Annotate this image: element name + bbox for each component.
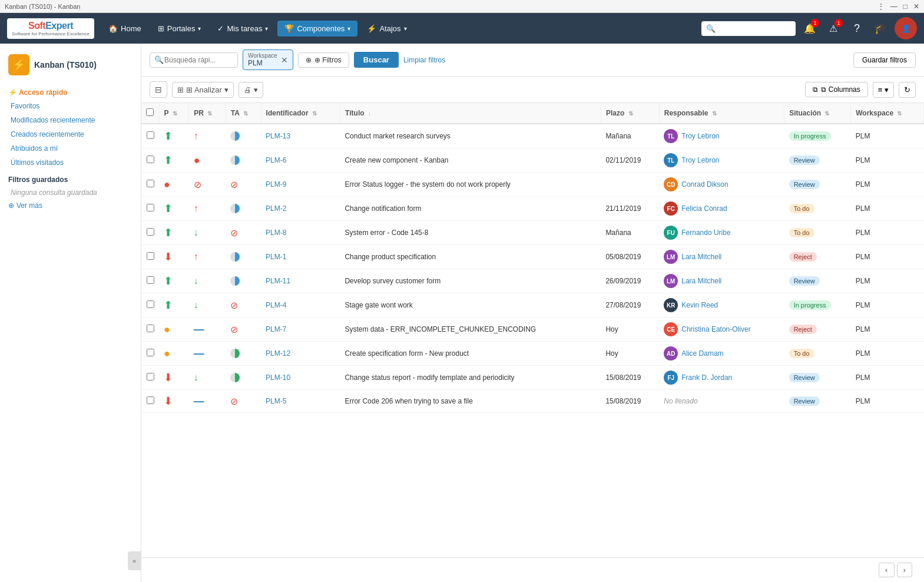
workspace-cell: PLM — [851, 245, 924, 269]
row-checkbox[interactable] — [147, 300, 154, 308]
row-checkbox-cell — [141, 221, 159, 245]
responsible-link[interactable]: Fernando Uribe — [681, 229, 730, 237]
nav-atajos[interactable]: ⚡ Atajos ▾ — [360, 21, 413, 37]
sidebar-creados[interactable]: Creados recientemente — [0, 127, 141, 141]
responsible-link[interactable]: Kevin Reed — [681, 301, 718, 309]
identifier-cell[interactable]: PLM-1 — [261, 245, 340, 269]
title-cell: Create specification form - New product — [340, 342, 601, 366]
row-checkbox[interactable] — [147, 228, 154, 236]
window-controls[interactable]: ⋮ — □ ✕ — [877, 2, 919, 11]
identifier-link[interactable]: PLM-8 — [266, 229, 286, 237]
limpiar-btn[interactable]: Limpiar filtros — [403, 56, 445, 64]
identifier-cell[interactable]: PLM-4 — [261, 293, 340, 318]
row-checkbox[interactable] — [147, 252, 154, 260]
identifier-link[interactable]: PLM-6 — [266, 156, 286, 164]
sidebar-ultimos[interactable]: Últimos visitados — [0, 156, 141, 170]
identifier-cell[interactable]: PLM-9 — [261, 173, 340, 197]
responsible-link[interactable]: Lara Mitchell — [681, 277, 721, 285]
status-badge: In progress — [789, 131, 831, 141]
view-toggle-btn[interactable]: ≡ ▾ — [873, 82, 894, 98]
identifier-link[interactable]: PLM-5 — [266, 397, 286, 405]
filtros-btn[interactable]: ⊕ ⊕ Filtros — [298, 52, 349, 68]
th-pr[interactable]: PR ⇅ — [189, 103, 226, 124]
identifier-cell[interactable]: PLM-5 — [261, 390, 340, 413]
th-titulo[interactable]: Título ↓ — [340, 103, 601, 124]
row-checkbox[interactable] — [147, 180, 154, 187]
nav-home[interactable]: 🏠 Home — [101, 21, 148, 37]
guardar-filtros-btn[interactable]: Guardar filtros — [853, 52, 916, 68]
row-checkbox[interactable] — [147, 373, 154, 381]
grid-btn[interactable]: ⊟ — [150, 81, 167, 98]
row-checkbox[interactable] — [147, 204, 154, 211]
identifier-link[interactable]: PLM-12 — [266, 349, 290, 358]
prev-page-btn[interactable]: ‹ — [879, 563, 894, 577]
responsible-link[interactable]: Conrad Dikson — [681, 180, 728, 189]
th-responsable[interactable]: Responsable ⇅ — [659, 103, 784, 124]
row-checkbox-cell — [141, 124, 159, 148]
buscar-btn[interactable]: Buscar — [354, 52, 399, 68]
sidebar-collapse-btn[interactable]: « — [128, 551, 141, 570]
responsible-link[interactable]: Troy Lebron — [681, 156, 719, 164]
nav-mis-tareas[interactable]: ✓ Mis tareas ▾ — [210, 21, 275, 37]
select-all-checkbox[interactable] — [146, 108, 154, 116]
responsible-link[interactable]: Frank D. Jordan — [681, 373, 732, 382]
workspace-tag-close[interactable]: ✕ — [281, 55, 288, 65]
columnas-btn[interactable]: ⧉ ⧉ Columnas — [805, 82, 867, 97]
identifier-cell[interactable]: PLM-12 — [261, 342, 340, 366]
identifier-cell[interactable]: PLM-7 — [261, 318, 340, 342]
th-situacion[interactable]: Situación ⇅ — [784, 103, 851, 124]
user-avatar-nav[interactable]: 👤 — [895, 17, 917, 39]
academy-btn[interactable]: 🎓 — [871, 19, 890, 38]
print-btn[interactable]: 🖨 ▾ — [239, 82, 263, 98]
notifications-btn[interactable]: 🔔 1 — [800, 19, 819, 38]
alerts-btn[interactable]: ⚠ 1 — [824, 19, 843, 38]
identifier-link[interactable]: PLM-4 — [266, 301, 286, 309]
responsible-link[interactable]: Christina Eaton-Oliver — [681, 325, 750, 333]
row-checkbox[interactable] — [147, 325, 154, 332]
identifier-cell[interactable]: PLM-8 — [261, 221, 340, 245]
minimize-btn[interactable]: — — [890, 2, 897, 11]
identifier-link[interactable]: PLM-9 — [266, 180, 286, 189]
th-workspace[interactable]: Workspace ⇅ — [851, 103, 924, 124]
nav-search-input[interactable] — [701, 21, 796, 36]
refresh-btn[interactable]: ↻ — [899, 82, 916, 98]
maximize-btn[interactable]: □ — [903, 2, 908, 11]
th-p[interactable]: P ⇅ — [159, 103, 189, 124]
help-btn[interactable]: ? — [847, 19, 866, 38]
next-page-btn[interactable]: › — [897, 563, 912, 577]
ver-mas-btn[interactable]: ⊕ Ver más — [0, 199, 141, 212]
responsible-link[interactable]: Lara Mitchell — [681, 253, 721, 261]
identifier-cell[interactable]: PLM-11 — [261, 269, 340, 293]
row-checkbox[interactable] — [147, 396, 154, 404]
row-checkbox[interactable] — [147, 156, 154, 163]
row-checkbox[interactable] — [147, 276, 154, 284]
row-checkbox[interactable] — [147, 131, 154, 139]
responsible-link[interactable]: Troy Lebron — [681, 132, 719, 140]
identifier-link[interactable]: PLM-2 — [266, 204, 286, 213]
sidebar-modificados[interactable]: Modificados recientemente — [0, 113, 141, 127]
situacion-cell: Review — [784, 366, 851, 390]
identifier-cell[interactable]: PLM-13 — [261, 124, 340, 148]
identifier-cell[interactable]: PLM-10 — [261, 366, 340, 390]
sidebar-atribuidos[interactable]: Atribuidos a mí — [0, 141, 141, 156]
analizar-btn[interactable]: ⊞ ⊞ Analizar ▾ — [172, 82, 234, 98]
identifier-link[interactable]: PLM-1 — [266, 253, 286, 261]
th-identificador[interactable]: Identificador ⇅ — [261, 103, 340, 124]
identifier-link[interactable]: PLM-7 — [266, 325, 286, 333]
identifier-link[interactable]: PLM-13 — [266, 132, 290, 140]
nav-portales[interactable]: ⊞ Portales ▾ — [151, 21, 208, 37]
th-ta[interactable]: TA ⇅ — [226, 103, 261, 124]
identifier-link[interactable]: PLM-11 — [266, 277, 290, 285]
responsible-link[interactable]: Felicia Conrad — [681, 204, 727, 213]
identifier-link[interactable]: PLM-10 — [266, 373, 290, 382]
menu-dots[interactable]: ⋮ — [877, 2, 885, 11]
identifier-cell[interactable]: PLM-2 — [261, 197, 340, 221]
logo-sub: Software for Performance Excellence — [12, 31, 90, 37]
sidebar-favoritos[interactable]: Favoritos — [0, 99, 141, 113]
row-checkbox[interactable] — [147, 349, 154, 356]
close-btn[interactable]: ✕ — [913, 2, 919, 11]
nav-componentes[interactable]: 🏆 Componentes ▾ — [277, 21, 357, 37]
responsible-link[interactable]: Alice Damam — [681, 349, 723, 358]
identifier-cell[interactable]: PLM-6 — [261, 148, 340, 173]
th-plazo[interactable]: Plazo ⇅ — [601, 103, 659, 124]
